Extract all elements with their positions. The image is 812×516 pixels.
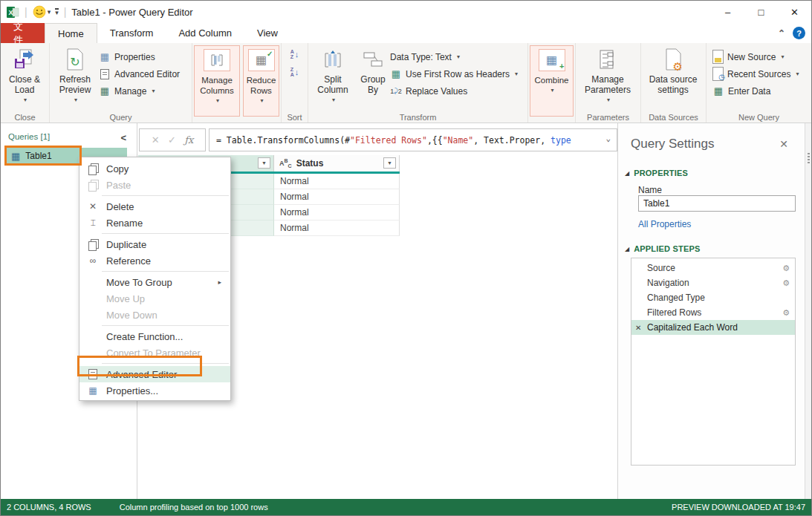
properties-section-header[interactable]: ◢ PROPERTIES xyxy=(625,169,688,177)
help-icon[interactable]: ? xyxy=(793,27,805,39)
query-name-input[interactable] xyxy=(638,195,796,212)
dropdown-caret: ▾ xyxy=(515,71,518,77)
step-filtered-rows[interactable]: Filtered Rows ⚙ xyxy=(631,305,795,320)
sort-ascending-button[interactable]: AZ ↓ xyxy=(283,45,306,63)
fx-icon[interactable]: ƒx xyxy=(184,134,193,146)
all-properties-link[interactable]: All Properties xyxy=(638,219,691,229)
status-filter-button[interactable]: ▼ xyxy=(383,157,396,169)
menu-item-move-down[interactable]: Move Down xyxy=(79,307,230,323)
tab-add-column[interactable]: Add Column xyxy=(166,23,244,43)
recent-sources-button[interactable]: ◷ Recent Sources ▾ xyxy=(712,65,810,82)
reduce-rows-button[interactable]: ▦ ✓ Reduce Rows ▾ xyxy=(243,45,279,117)
step-changed-type[interactable]: Changed Type xyxy=(631,290,795,305)
query-name-label: Table1 xyxy=(25,151,51,161)
dropdown-caret: ▾ xyxy=(796,71,799,77)
query-settings-close-icon[interactable]: ✕ xyxy=(779,138,788,150)
menu-item-move-to-group[interactable]: Move To Group ▸ xyxy=(79,274,230,290)
menu-item-duplicate[interactable]: Duplicate xyxy=(79,236,230,252)
menu-item-label: Advanced Editor xyxy=(106,369,177,380)
queries-pane-collapse-icon[interactable]: < xyxy=(120,132,126,143)
refresh-preview-button[interactable]: ↻ Refresh Preview ▾ xyxy=(51,45,99,111)
formula-expand-caret[interactable]: ⌄ xyxy=(605,134,611,143)
group-label-parameters: Parameters xyxy=(576,113,640,122)
dropdown-caret: ▾ xyxy=(152,88,155,94)
ribbon-group-close: Close & Load ▾ Close xyxy=(1,43,50,123)
manage-parameters-button[interactable]: Manage Parameters ▾ xyxy=(577,45,638,105)
menu-item-advanced-editor[interactable]: Advanced Editor xyxy=(79,366,230,382)
pane-splitter[interactable] xyxy=(805,123,812,499)
split-column-button[interactable]: Split Column ▾ xyxy=(310,45,356,111)
menu-item-convert-to-parameter[interactable]: Convert To Parameter xyxy=(79,344,230,361)
smiley-dropdown-caret[interactable]: ▾ xyxy=(48,8,51,16)
tab-file[interactable]: 文件 xyxy=(1,23,45,43)
grid-cell-status[interactable]: Normal xyxy=(274,189,400,205)
dropdown-caret: ▾ xyxy=(74,95,77,105)
data-source-settings-button[interactable]: ⚙ Data source settings xyxy=(643,45,704,95)
menu-item-copy[interactable]: Copy xyxy=(79,160,230,177)
menu-item-label: Convert To Parameter xyxy=(106,347,201,359)
menu-item-delete[interactable]: ✕ Delete xyxy=(79,198,230,215)
close-and-load-button[interactable]: Close & Load ▾ xyxy=(2,45,47,105)
manage-button[interactable]: ▦ Manage ▾ xyxy=(99,82,180,99)
gear-icon[interactable]: ⚙ xyxy=(782,308,790,318)
close-button[interactable]: ✕ xyxy=(778,1,811,23)
group-by-button[interactable]: Group By xyxy=(356,45,390,111)
grid-cell-status[interactable]: Normal xyxy=(274,221,400,236)
status-profiling-info[interactable]: Column profiling based on top 1000 rows xyxy=(120,503,268,512)
manage-columns-button[interactable]: Manage Columns ▾ xyxy=(194,45,240,117)
use-first-row-label: Use First Row as Headers xyxy=(406,69,510,79)
gear-icon[interactable]: ⚙ xyxy=(782,264,790,273)
formula-action-box: ✕ ✓ ƒx xyxy=(139,128,206,151)
formula-input[interactable]: = Table.TransformColumns(#"Filtered Rows… xyxy=(209,128,617,151)
dropdown-caret: ▾ xyxy=(607,95,610,105)
applied-steps-section-header[interactable]: ◢ APPLIED STEPS xyxy=(625,244,701,253)
new-source-button[interactable]: New Source ▾ xyxy=(712,48,810,65)
grid-column-status-header[interactable]: ABC Status ▼ xyxy=(274,155,400,172)
recent-sources-icon: ◷ xyxy=(712,67,724,81)
formula-cancel-icon[interactable]: ✕ xyxy=(152,134,160,146)
applied-steps-list: Source ⚙ Navigation ⚙ Changed Type Filte… xyxy=(631,258,796,466)
ribbon-group-parameters: Manage Parameters ▾ Parameters xyxy=(576,43,641,123)
formula-accept-icon[interactable]: ✓ xyxy=(168,134,176,146)
gear-icon[interactable]: ⚙ xyxy=(782,278,790,288)
tab-home[interactable]: Home xyxy=(45,23,97,43)
step-source[interactable]: Source ⚙ xyxy=(631,261,795,275)
delete-step-icon[interactable]: ✕ xyxy=(635,324,641,332)
grid-cell-status[interactable]: Normal xyxy=(274,205,400,221)
enter-data-button[interactable]: ▦ Enter Data xyxy=(712,82,810,99)
table-icon: ▦ xyxy=(11,151,20,161)
menu-item-properties[interactable]: ▦ Properties... xyxy=(79,382,230,399)
combine-icon: ▦ + xyxy=(539,49,565,71)
data-type-button[interactable]: Data Type: Text ▾ xyxy=(390,48,518,65)
column1-filter-button[interactable]: ▼ xyxy=(258,157,270,169)
manage-columns-label: Manage Columns xyxy=(195,75,239,96)
tab-view[interactable]: View xyxy=(244,23,290,43)
smiley-feedback-icon[interactable] xyxy=(33,5,46,19)
sort-descending-button[interactable]: ZA ↓ xyxy=(283,63,306,81)
step-navigation[interactable]: Navigation ⚙ xyxy=(631,275,795,290)
menu-item-label: Duplicate xyxy=(106,239,146,250)
grid-cell-status[interactable]: Normal xyxy=(274,174,400,189)
name-field-label: Name xyxy=(638,185,662,195)
reduce-rows-icon: ▦ ✓ xyxy=(248,49,275,71)
step-label: Filtered Rows xyxy=(647,307,701,318)
maximize-button[interactable]: □ xyxy=(744,1,778,23)
advanced-editor-button[interactable]: Advanced Editor xyxy=(99,65,180,82)
dropdown-caret: ▾ xyxy=(457,53,460,60)
tab-transform[interactable]: Transform xyxy=(97,23,166,43)
menu-item-rename[interactable]: ⌶ Rename xyxy=(79,215,230,231)
step-capitalized-each-word[interactable]: ✕ Capitalized Each Word xyxy=(631,320,795,335)
text-type-icon: ABC xyxy=(279,157,292,169)
use-first-row-as-headers-button[interactable]: ▦ Use First Row as Headers ▾ xyxy=(390,65,518,82)
collapse-ribbon-icon[interactable]: ⌃ xyxy=(778,28,785,39)
menu-item-paste[interactable]: Paste xyxy=(79,177,230,193)
minimize-button[interactable]: – xyxy=(711,1,744,23)
quick-access-toolbar-customize-icon[interactable]: ▾ xyxy=(55,8,59,16)
menu-item-reference[interactable]: ∞ Reference xyxy=(79,252,230,269)
titlebar-separator: | xyxy=(25,6,27,18)
menu-item-move-up[interactable]: Move Up xyxy=(79,290,230,307)
replace-values-button[interactable]: 1⤸2 Replace Values xyxy=(390,82,518,99)
combine-button[interactable]: ▦ + Combine ▾ xyxy=(530,45,574,117)
menu-item-create-function[interactable]: Create Function... xyxy=(79,328,230,344)
properties-button[interactable]: ▦ Properties xyxy=(99,48,180,65)
